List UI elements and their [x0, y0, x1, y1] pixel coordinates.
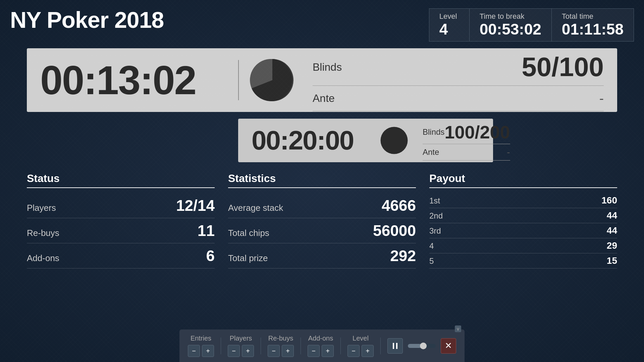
secondary-blinds-value: 100/200	[444, 123, 510, 141]
payout-2nd-place: 2nd	[429, 211, 443, 221]
addons-row: Add-ons 6	[27, 243, 215, 268]
level-toolbar-label: Level	[353, 335, 369, 342]
total-prize-value: 292	[390, 247, 416, 265]
addons-minus-btn[interactable]: −	[308, 345, 320, 357]
payout-3rd-place: 3rd	[429, 226, 441, 236]
entries-controls: − +	[188, 345, 214, 357]
secondary-ante-value: -	[507, 147, 510, 158]
close-button[interactable]: ✕	[441, 338, 456, 354]
progress-track[interactable]	[408, 344, 436, 348]
blinds-label: Blinds	[313, 61, 342, 73]
players-plus-btn[interactable]: +	[242, 345, 254, 357]
entries-label: Entries	[191, 335, 211, 342]
total-chips-row: Total chips 56000	[228, 218, 416, 243]
payout-2nd-value: 44	[607, 210, 617, 221]
primary-timer-panel: 00:13:02 Blinds 50/100 Ante -	[27, 48, 617, 112]
ante-label: Ante	[313, 92, 335, 105]
main-content: 00:13:02 Blinds 50/100 Ante -	[0, 42, 644, 162]
rebuys-group: Re-buys − +	[268, 335, 294, 357]
players-toolbar-label: Players	[230, 335, 252, 342]
statistics-column: Statistics Average stack 4666 Total chip…	[228, 172, 416, 268]
statistics-rows: Average stack 4666 Total chips 56000 Tot…	[228, 193, 416, 268]
entries-minus-btn[interactable]: −	[188, 345, 200, 357]
blinds-row: Blinds 50/100	[313, 49, 604, 86]
blinds-section: Blinds 50/100 Ante -	[306, 49, 604, 111]
payout-5th: 5 15	[429, 253, 617, 268]
payout-header: Payout	[429, 172, 617, 188]
payout-1st: 1st 160	[429, 193, 617, 208]
primary-timer-display: 00:13:02	[40, 57, 228, 103]
svg-rect-3	[396, 343, 397, 349]
addons-label: Add-ons	[27, 253, 59, 263]
addons-group: Add-ons − +	[308, 335, 334, 357]
entries-group: Entries − +	[188, 335, 214, 357]
rebuys-value: 11	[198, 222, 215, 240]
svg-point-1	[381, 127, 408, 154]
status-column: Status Players 12/14 Re-buys 11 Add-ons …	[27, 172, 215, 268]
level-controls: − +	[347, 345, 374, 357]
pause-button[interactable]	[387, 338, 403, 354]
payout-5th-place: 5	[429, 256, 434, 266]
pie-chart-container	[249, 57, 296, 104]
v-badge: v	[455, 325, 461, 332]
app-title: NY Poker 2018	[10, 7, 164, 33]
total-time-label: Total time	[562, 12, 624, 21]
header-info: Level 4 Time to break 00:53:02 Total tim…	[429, 8, 634, 42]
blinds-value: 50/100	[522, 54, 604, 80]
time-to-break-value: 00:53:02	[480, 21, 541, 38]
level-block: Level 4	[429, 8, 469, 42]
total-chips-value: 56000	[373, 222, 416, 240]
rebuys-controls: − +	[268, 345, 294, 357]
rebuys-plus-btn[interactable]: +	[282, 345, 294, 357]
secondary-blinds-row: Blinds 100/200	[423, 120, 510, 144]
avg-stack-row: Average stack 4666	[228, 193, 416, 218]
slider-container: ✕	[387, 338, 456, 354]
rebuys-label: Re-buys	[27, 228, 59, 238]
players-minus-btn[interactable]: −	[228, 345, 240, 357]
payout-3rd: 3rd 44	[429, 223, 617, 238]
pie-chart-svg	[249, 57, 296, 104]
timer-divider	[238, 60, 239, 100]
players-value: 12/14	[176, 196, 215, 215]
total-prize-row: Total prize 292	[228, 243, 416, 268]
toolbar-divider-2	[261, 338, 261, 354]
entries-plus-btn[interactable]: +	[202, 345, 214, 357]
status-rows: Players 12/14 Re-buys 11 Add-ons 6	[27, 193, 215, 268]
payout-4th-value: 29	[607, 240, 617, 251]
rebuys-minus-btn[interactable]: −	[268, 345, 280, 357]
toolbar-divider-5	[380, 338, 381, 354]
level-label: Level	[439, 12, 459, 21]
payout-2nd: 2nd 44	[429, 208, 617, 223]
level-value: 4	[439, 21, 459, 38]
toolbar-divider-1	[221, 338, 221, 354]
toolbar-divider-4	[340, 338, 341, 354]
addons-value: 6	[206, 247, 215, 265]
total-prize-label: Total prize	[228, 253, 268, 263]
secondary-ante-label: Ante	[423, 147, 439, 157]
toolbar-divider-3	[301, 338, 301, 354]
level-plus-btn[interactable]: +	[362, 345, 374, 357]
payout-1st-place: 1st	[429, 196, 440, 205]
payout-4th-place: 4	[429, 241, 434, 251]
addons-toolbar-label: Add-ons	[308, 335, 333, 342]
progress-handle[interactable]	[420, 343, 427, 349]
rebuys-toolbar-label: Re-buys	[268, 335, 293, 342]
addons-plus-btn[interactable]: +	[322, 345, 334, 357]
payout-4th: 4 29	[429, 238, 617, 253]
total-time-block: Total time 01:11:58	[552, 8, 634, 42]
rebuys-row: Re-buys 11	[27, 218, 215, 243]
stats-section: Status Players 12/14 Re-buys 11 Add-ons …	[0, 162, 644, 268]
secondary-timer-display: 00:20:00	[252, 125, 379, 156]
payout-3rd-value: 44	[607, 225, 617, 236]
avg-stack-value: 4666	[382, 196, 416, 215]
payout-rows: 1st 160 2nd 44 3rd 44 4 29 5 15	[429, 193, 617, 268]
secondary-timer-panel: 00:20:00 Blinds 100/200 Ante -	[238, 119, 493, 162]
secondary-pie-container	[379, 125, 409, 156]
players-controls: − +	[228, 345, 254, 357]
toolbar: v Entries − + Players − + Re-buys − + Ad…	[179, 329, 465, 362]
time-to-break-block: Time to break 00:53:02	[469, 8, 552, 42]
level-minus-btn[interactable]: −	[347, 345, 360, 357]
players-label: Players	[27, 203, 56, 213]
secondary-blinds-section: Blinds 100/200 Ante -	[418, 120, 510, 161]
pause-icon	[391, 342, 399, 350]
